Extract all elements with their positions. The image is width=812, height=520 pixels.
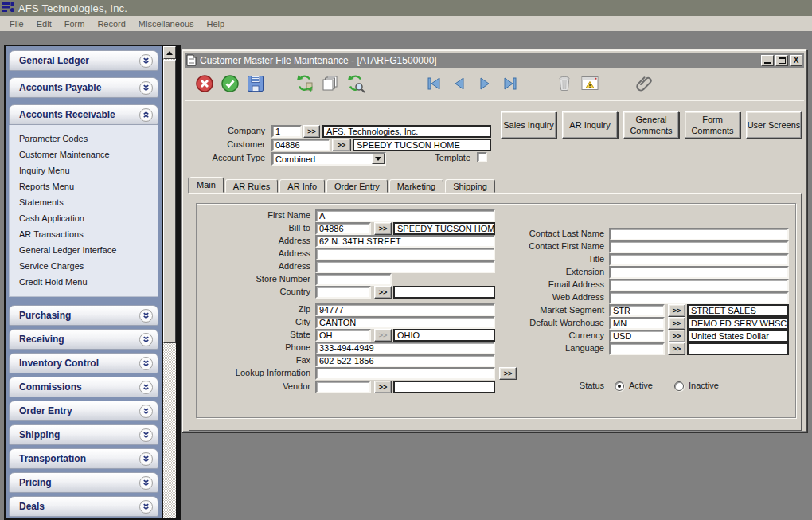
vendor-lookup-button[interactable]: >> (374, 381, 392, 393)
market-segment-lookup-button[interactable]: >> (668, 304, 685, 317)
currency-code-input[interactable] (609, 330, 665, 342)
chevron-double-down-icon[interactable] (139, 381, 153, 394)
city-input[interactable] (315, 316, 495, 329)
sidebar-item[interactable]: AR Transactions (19, 226, 158, 242)
contact-last-name-input[interactable] (609, 228, 789, 240)
menu-item[interactable]: Help (201, 18, 232, 30)
sidebar-item[interactable]: Parameter Codes (19, 131, 158, 147)
refresh-search-icon[interactable] (345, 73, 366, 94)
fax-input[interactable] (315, 354, 495, 367)
zip-input[interactable] (315, 303, 495, 316)
country-lookup-button[interactable]: >> (374, 286, 392, 299)
close-button[interactable]: X (790, 55, 802, 66)
lookup-information-button[interactable]: >> (499, 367, 517, 380)
menu-item[interactable]: Form (58, 18, 92, 30)
title-input[interactable] (609, 253, 789, 266)
sidebar-item[interactable]: General Ledger Interface (19, 242, 158, 258)
tab-main[interactable]: Main (189, 177, 224, 193)
chevron-double-down-icon[interactable] (139, 357, 153, 370)
sidebar-item[interactable]: Credit Hold Menu (19, 274, 158, 290)
tab-ar-info[interactable]: AR Info (279, 179, 325, 193)
show-warnings-icon[interactable] (580, 73, 600, 94)
action-button[interactable]: Sales Inquiry (501, 111, 556, 139)
sidebar-section[interactable]: Deals (9, 496, 158, 517)
phone-input[interactable] (315, 342, 495, 354)
menu-item[interactable]: File (3, 18, 30, 30)
web-address-input[interactable] (609, 291, 789, 304)
bill-to-lookup-button[interactable]: >> (374, 222, 392, 235)
sidebar-section[interactable]: Shipping (9, 424, 158, 445)
dropdown-arrow-button[interactable] (372, 154, 385, 164)
contact-first-name-input[interactable] (609, 240, 789, 253)
sidebar-section[interactable]: Transportation (9, 448, 158, 469)
save-icon[interactable] (245, 73, 266, 94)
sidebar-item[interactable]: Customer Maintenance (19, 147, 158, 162)
previous-record-icon[interactable] (449, 73, 470, 94)
copy-icon[interactable] (320, 73, 341, 94)
sidebar-item[interactable]: Cash Application (19, 210, 158, 226)
chevron-double-down-icon[interactable] (139, 428, 153, 442)
sidebar-section-accounts-receivable[interactable]: Accounts Receivable (9, 104, 158, 125)
chevron-double-down-icon[interactable] (139, 405, 153, 418)
first-name-input[interactable] (315, 209, 495, 222)
template-checkbox[interactable] (477, 152, 487, 162)
sidebar-section[interactable]: Pricing (9, 472, 158, 493)
tab-marketing[interactable]: Marketing (389, 179, 443, 193)
menu-item[interactable]: Record (91, 18, 131, 30)
maximize-button[interactable] (775, 55, 788, 66)
vendor-code-input[interactable] (315, 381, 371, 393)
menu-item[interactable]: Miscellaneous (132, 18, 201, 30)
chevron-double-down-icon[interactable] (139, 81, 153, 95)
chevron-double-up-icon[interactable] (139, 108, 153, 122)
attachments-icon[interactable] (634, 73, 654, 94)
company-lookup-button[interactable]: >> (303, 125, 320, 138)
chevron-double-down-icon[interactable] (139, 54, 153, 68)
sidebar-section[interactable]: Inventory Control (9, 353, 158, 373)
menu-item[interactable]: Edit (30, 18, 58, 30)
chevron-double-down-icon[interactable] (139, 476, 153, 490)
default-warehouse-code-input[interactable] (609, 317, 665, 330)
customer-code-input[interactable] (271, 139, 330, 151)
scroll-up-button[interactable] (163, 46, 176, 59)
country-code-input[interactable] (315, 286, 371, 299)
lookup-information-input[interactable] (315, 367, 495, 380)
status-active-radio[interactable] (615, 381, 624, 391)
store-number-input[interactable] (315, 273, 392, 286)
language-code-input[interactable] (609, 342, 665, 355)
next-record-icon[interactable] (474, 73, 495, 94)
last-record-icon[interactable] (500, 73, 521, 94)
ok-icon[interactable] (220, 73, 240, 94)
action-button[interactable]: AR Inquiry (562, 111, 618, 139)
sidebar-item[interactable]: Inquiry Menu (19, 162, 158, 178)
sidebar-section[interactable]: Purchasing (9, 305, 158, 326)
sidebar-item[interactable]: Service Charges (19, 258, 158, 274)
sidebar-scrollbar[interactable] (163, 46, 176, 518)
sidebar-section-accounts-payable[interactable]: Accounts Payable (9, 77, 158, 98)
chevron-double-down-icon[interactable] (139, 500, 153, 514)
email-address-input[interactable] (609, 279, 789, 291)
sidebar-section-general-ledger[interactable]: General Ledger (9, 50, 158, 71)
address1-input[interactable] (315, 235, 495, 248)
window-titlebar[interactable]: Customer Master File Maintenance - [ATAR… (185, 53, 804, 68)
address3-input[interactable] (315, 260, 495, 273)
refresh-data-icon[interactable] (295, 73, 315, 94)
sidebar-item[interactable]: Statements (19, 194, 158, 210)
sidebar-section[interactable]: Receiving (9, 329, 158, 350)
customer-lookup-button[interactable]: >> (332, 139, 351, 151)
tab-order-entry[interactable]: Order Entry (326, 179, 388, 193)
chevron-double-down-icon[interactable] (139, 333, 153, 346)
action-button[interactable]: User Screens (746, 111, 802, 139)
language-lookup-button[interactable]: >> (668, 342, 685, 355)
lookup-information-label[interactable]: Lookup Information (189, 368, 310, 377)
action-button[interactable]: General Comments (623, 111, 679, 139)
tab-ar-rules[interactable]: AR Rules (225, 179, 278, 193)
state-code-input[interactable] (315, 329, 371, 342)
scrollbar-thumb[interactable] (163, 60, 176, 343)
delete-icon[interactable] (554, 73, 575, 94)
currency-lookup-button[interactable]: >> (668, 330, 685, 342)
account-type-dropdown[interactable]: Combined (271, 152, 386, 166)
action-button[interactable]: Form Comments (685, 111, 740, 139)
sidebar-section[interactable]: Order Entry (9, 401, 158, 421)
bill-to-code-input[interactable] (315, 222, 371, 235)
status-inactive-radio[interactable] (674, 381, 684, 391)
